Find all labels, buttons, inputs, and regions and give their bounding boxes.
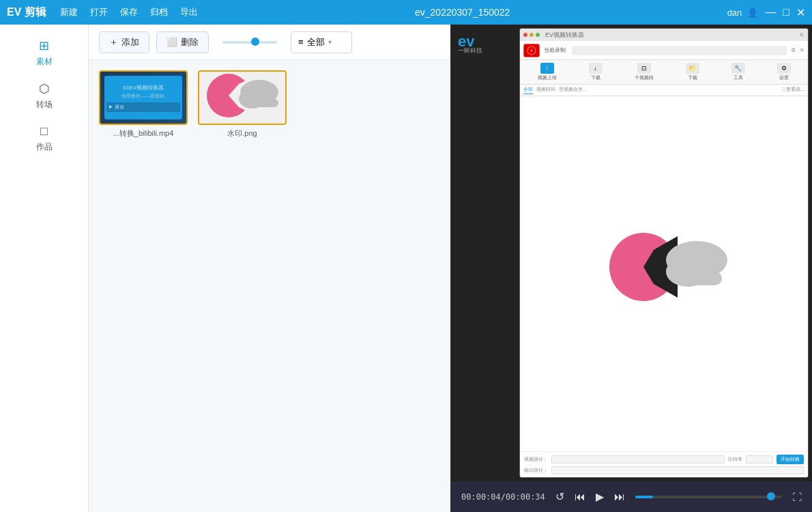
replay-button[interactable]: ↺ bbox=[555, 490, 564, 503]
mini-form: 视频路径： 比特率 开始转换 输出路径： bbox=[520, 451, 808, 477]
mini-tab-audio[interactable]: 音视频合并... bbox=[559, 86, 587, 94]
mini-tab-video[interactable]: 视频转码 bbox=[536, 86, 555, 94]
mini-grid-item-2[interactable]: ⊡ 个视频转 bbox=[635, 63, 654, 81]
menu-bar: 新建 打开 保存 归档 导出 bbox=[60, 6, 198, 18]
sidebar-item-assets[interactable]: ⊞ 素材 bbox=[0, 31, 88, 74]
project-title: ev_20220307_150022 bbox=[198, 7, 727, 18]
username: dan bbox=[727, 8, 742, 18]
main-layout: ⊞ 素材 ⬡ 转场 □ 作品 ＋ 添加 ⬜ 删除 bbox=[0, 25, 812, 512]
progress-bar[interactable] bbox=[635, 496, 782, 498]
asset-thumb-mp4: 01EV视频转换器 使用教程——视频转 ▶ 播放 bbox=[99, 70, 188, 125]
browser-close[interactable]: ✕ bbox=[799, 31, 804, 38]
mini-main-content bbox=[520, 96, 808, 451]
sidebar-label-works: 作品 bbox=[36, 141, 53, 153]
ev-company-label: 一眸科技 bbox=[458, 46, 482, 55]
asset-item-png[interactable]: 水印.png bbox=[198, 70, 287, 139]
filter-icon: ≡ bbox=[298, 37, 304, 47]
menu-archive[interactable]: 归档 bbox=[150, 6, 168, 18]
browser-content: 当前录制 ⚙ ✕ ↑ 视频上传 ↓ 下载 bbox=[520, 41, 808, 477]
rewind-button[interactable]: ⏮ bbox=[575, 491, 585, 503]
mini-settings[interactable]: ⚙ bbox=[791, 47, 796, 53]
titlebar: EV 剪辑 新建 打开 保存 归档 导出 ev_20220307_150022 … bbox=[0, 0, 812, 25]
user-icon[interactable]: 👤 bbox=[747, 8, 758, 18]
transitions-icon: ⬡ bbox=[39, 81, 50, 96]
asset-item-mp4[interactable]: 01EV视频转换器 使用教程——视频转 ▶ 播放 ...转换_bilibili.… bbox=[99, 70, 188, 139]
mini-tabs: 全部 视频转码 音视频合并... □ 查看原... bbox=[520, 85, 808, 96]
fullscreen-button[interactable]: ⛶ bbox=[792, 492, 802, 502]
svg-rect-4 bbox=[249, 99, 278, 107]
menu-new[interactable]: 新建 bbox=[60, 6, 78, 18]
add-icon: ＋ bbox=[109, 36, 118, 48]
asset-toolbar: ＋ 添加 ⬜ 删除 ≡ 全部 ▾ bbox=[89, 25, 450, 60]
asset-grid: 01EV视频转换器 使用教程——视频转 ▶ 播放 ...转换_bilibili.… bbox=[89, 60, 450, 512]
mini-grid-item-0[interactable]: ↑ 视频上传 bbox=[538, 63, 557, 81]
mini-btn-active[interactable] bbox=[523, 44, 540, 57]
size-slider[interactable] bbox=[222, 41, 277, 44]
mini-start-btn[interactable]: 开始转换 bbox=[777, 455, 804, 464]
playback-time: 00:00:04/00:00:34 bbox=[461, 492, 545, 502]
menu-export[interactable]: 导出 bbox=[180, 6, 198, 18]
mini-browser-window: EV视频转换器 ✕ 当前录制 ⚙ bbox=[519, 28, 809, 478]
svg-rect-12 bbox=[674, 272, 722, 285]
mini-grid-item-3[interactable]: 📁 下载 bbox=[686, 63, 699, 81]
preview-controls: 00:00:04/00:00:34 ↺ ⏮ ▶ ⏭ ⛶ bbox=[451, 481, 812, 512]
sidebar: ⊞ 素材 ⬡ 转场 □ 作品 bbox=[0, 25, 89, 512]
delete-icon: ⬜ bbox=[166, 37, 177, 47]
mini-grid-item-5[interactable]: ⚙ 设置 bbox=[777, 63, 791, 81]
asset-label-png: 水印.png bbox=[227, 128, 257, 139]
mini-browser-bar: EV视频转换器 ✕ bbox=[520, 29, 808, 41]
asset-label-mp4: ...转换_bilibili.mp4 bbox=[113, 128, 174, 139]
maximize-button[interactable]: □ bbox=[783, 6, 789, 19]
works-icon: □ bbox=[40, 124, 48, 139]
chevron-down-icon: ▾ bbox=[328, 38, 332, 46]
mini-grid-item-4[interactable]: 🔧 工具 bbox=[731, 63, 745, 81]
browser-title: EV视频转换器 bbox=[545, 31, 584, 40]
svg-point-7 bbox=[530, 49, 533, 52]
sidebar-item-transitions[interactable]: ⬡ 转场 bbox=[0, 74, 88, 117]
play-button[interactable]: ▶ bbox=[596, 490, 604, 503]
assets-icon: ⊞ bbox=[39, 38, 49, 53]
minimize-button[interactable]: — bbox=[765, 6, 776, 19]
app-logo: EV 剪辑 bbox=[7, 5, 46, 20]
user-area: dan 👤 bbox=[727, 8, 759, 18]
filter-dropdown[interactable]: ≡ 全部 ▾ bbox=[291, 31, 352, 53]
close-button[interactable]: ✕ bbox=[796, 6, 805, 19]
asset-thumb-png bbox=[198, 70, 287, 125]
mini-search[interactable]: □ 查看原... bbox=[782, 86, 804, 94]
preview-video: ev 一眸科技 EV视频转换器 ✕ bbox=[451, 25, 812, 481]
sidebar-label-assets: 素材 bbox=[36, 56, 53, 68]
mini-btn-label: 当前录制 bbox=[544, 46, 566, 54]
menu-save[interactable]: 保存 bbox=[120, 6, 138, 18]
fast-forward-button[interactable]: ⏭ bbox=[614, 491, 625, 503]
mini-grid-item-1[interactable]: ↓ 下载 bbox=[589, 63, 603, 81]
delete-button[interactable]: ⬜ 删除 bbox=[156, 31, 209, 53]
mini-toolbar: 当前录制 ⚙ ✕ bbox=[520, 41, 808, 60]
sidebar-label-transitions: 转场 bbox=[36, 99, 53, 111]
sidebar-item-works[interactable]: □ 作品 bbox=[0, 117, 88, 160]
mini-close[interactable]: ✕ bbox=[800, 47, 804, 53]
mini-icon-grid: ↑ 视频上传 ↓ 下载 ⊡ 个视频转 📁 下载 bbox=[520, 60, 808, 85]
center-panel: ＋ 添加 ⬜ 删除 ≡ 全部 ▾ bbox=[89, 25, 450, 512]
preview-panel: ev 一眸科技 EV视频转换器 ✕ bbox=[450, 25, 812, 512]
menu-open[interactable]: 打开 bbox=[90, 6, 108, 18]
window-controls: — □ ✕ bbox=[765, 6, 805, 19]
mini-tab-all[interactable]: 全部 bbox=[523, 86, 533, 94]
add-button[interactable]: ＋ 添加 bbox=[99, 31, 149, 53]
